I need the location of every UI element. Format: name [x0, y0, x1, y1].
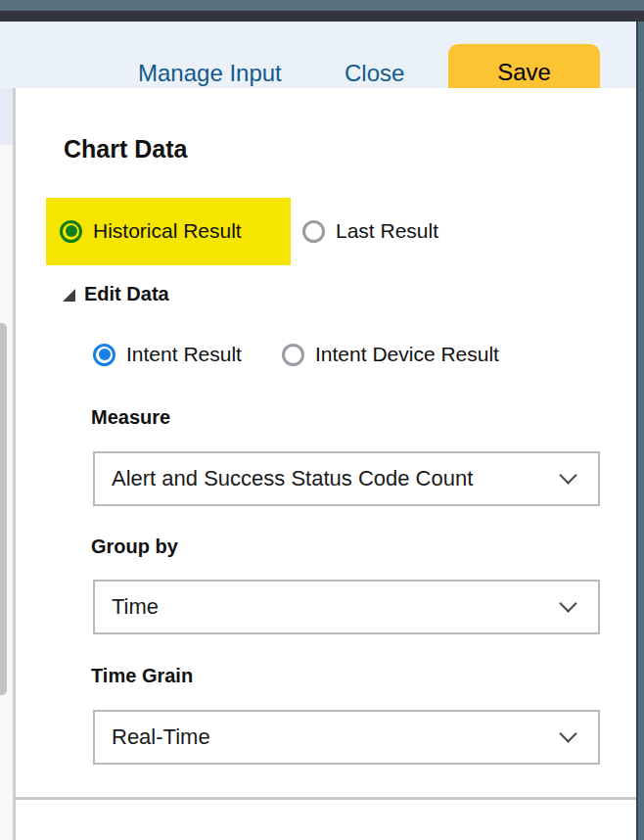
manage-input-link[interactable]: Manage Input	[138, 60, 282, 87]
scrollbar-thumb[interactable]	[0, 323, 7, 695]
radio-intent-device-result[interactable]: Intent Device Result	[282, 343, 499, 366]
group-by-dropdown-value: Time	[112, 594, 159, 620]
radio-label[interactable]: Historical Result	[93, 219, 242, 243]
radio-unselected-icon[interactable]	[282, 344, 304, 366]
radio-selected-icon[interactable]	[93, 344, 115, 366]
group-by-dropdown[interactable]: Time	[93, 580, 600, 634]
time-grain-dropdown-value: Real-Time	[112, 724, 210, 750]
window-top-bar	[0, 0, 644, 11]
chevron-down-icon	[559, 466, 576, 484]
radio-label[interactable]: Last Result	[336, 219, 438, 243]
measure-dropdown-value: Alert and Success Status Code Count	[112, 466, 473, 491]
radio-label[interactable]: Intent Device Result	[315, 343, 499, 366]
radio-selected-icon[interactable]	[60, 220, 82, 243]
radio-intent-result[interactable]: Intent Result	[93, 343, 242, 366]
measure-dropdown[interactable]: Alert and Success Status Code Count	[93, 451, 600, 506]
radio-label[interactable]: Intent Result	[126, 343, 242, 366]
page-title: Chart Data	[64, 135, 187, 163]
section-divider	[13, 797, 636, 800]
dialog-header: Manage Input Close Save	[0, 22, 636, 88]
radio-unselected-icon[interactable]	[302, 220, 325, 243]
page-background-top	[0, 88, 13, 145]
chevron-down-icon	[559, 724, 576, 742]
chevron-down-icon	[559, 594, 576, 612]
group-by-label: Group by	[91, 536, 178, 558]
right-edge-bar	[636, 22, 644, 840]
close-link[interactable]: Close	[345, 60, 404, 87]
caret-expanded-icon[interactable]	[63, 289, 75, 302]
radio-historical-result[interactable]: Historical Result	[60, 219, 242, 243]
time-grain-label: Time Grain	[91, 665, 193, 687]
time-grain-dropdown[interactable]: Real-Time	[93, 710, 600, 765]
radio-last-result[interactable]: Last Result	[302, 219, 438, 243]
window-top-strip	[0, 11, 644, 22]
section-label[interactable]: Edit Data	[84, 283, 169, 305]
measure-label: Measure	[91, 406, 170, 429]
edit-data-section-toggle[interactable]: Edit Data	[63, 283, 169, 305]
